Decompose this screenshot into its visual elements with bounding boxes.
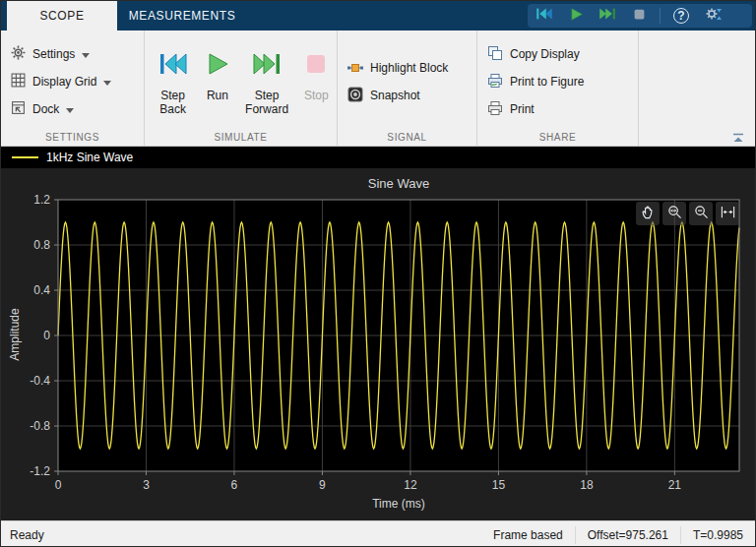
step-forward-icon (598, 6, 616, 26)
help-button[interactable]: ? (670, 6, 692, 26)
stop-label: Stop (304, 89, 329, 102)
section-label-settings: SETTINGS (1, 132, 144, 143)
printer-icon (487, 100, 503, 119)
legend-series-label[interactable]: 1kHz Sine Wave (46, 151, 133, 164)
quick-access-toolbar: ? (528, 4, 752, 28)
tab-scope[interactable]: SCOPE (7, 1, 117, 30)
legend-strip: 1kHz Sine Wave (1, 147, 755, 168)
settings-label: Settings (32, 47, 75, 61)
zoom-out-icon (694, 205, 709, 223)
snapshot-button[interactable]: Snapshot (338, 82, 476, 109)
step-forward-icon (252, 50, 282, 82)
dock-button[interactable]: Dock (1, 95, 144, 123)
status-message: Ready (1, 528, 44, 542)
stop-button[interactable]: Stop (296, 30, 337, 129)
svg-text:15: 15 (492, 478, 506, 492)
settings-menu-button[interactable]: Settings (1, 40, 144, 68)
pan-hand-icon (641, 205, 656, 223)
snapshot-label: Snapshot (370, 89, 420, 102)
tab-scope-label: SCOPE (39, 9, 84, 23)
axes-toolbar (636, 202, 739, 225)
run-label: Run (207, 89, 228, 102)
step-back-icon (158, 50, 188, 82)
collapse-ribbon-icon (731, 130, 745, 147)
svg-text:0: 0 (55, 478, 62, 492)
section-label-share: SHARE (477, 132, 638, 143)
fit-to-view-button[interactable] (716, 202, 739, 225)
print-button[interactable]: Print (477, 95, 638, 123)
quick-stop-button[interactable] (628, 6, 650, 26)
section-signal: Highlight Block Snapshot SIGNAL (338, 30, 477, 146)
svg-text:0: 0 (43, 329, 50, 342)
zoom-x-button[interactable] (662, 202, 686, 225)
toolbar-separator (660, 8, 661, 24)
zoom-out-button[interactable] (689, 202, 713, 225)
legend-line-sample (12, 156, 38, 158)
gear-icon (11, 45, 26, 63)
copy-icon (487, 45, 503, 64)
grid-icon (11, 73, 26, 91)
run-button[interactable]: Run (197, 30, 237, 129)
highlight-block-label: Highlight Block (370, 61, 448, 75)
svg-text:21: 21 (668, 478, 682, 492)
copy-display-label: Copy Display (510, 47, 580, 61)
chevron-down-icon (103, 75, 111, 89)
stop-icon (633, 7, 646, 25)
svg-text:-0.4: -0.4 (30, 374, 50, 388)
svg-text:6: 6 (231, 478, 238, 492)
scope-preferences-button[interactable] (702, 6, 724, 26)
run-icon (205, 50, 230, 82)
section-settings: Settings Display Grid Dock (1, 30, 145, 146)
chevron-down-icon (82, 47, 90, 61)
span-arrows-icon (721, 205, 735, 223)
status-sim-time: T=0.9985 (680, 526, 755, 544)
svg-text:12: 12 (404, 478, 417, 492)
plot-title: Sine Wave (58, 176, 739, 191)
pan-button[interactable] (636, 202, 660, 225)
quick-step-back-button[interactable] (534, 6, 555, 26)
scope-display: Sine Wave 036912151821-1.2-0.8-0.400.40.… (1, 168, 755, 520)
quick-run-button[interactable] (565, 6, 587, 26)
step-back-button[interactable]: Step Back (149, 30, 197, 129)
toolstrip-tabbar: SCOPE MEASUREMENTS (1, 1, 755, 30)
svg-text:18: 18 (580, 478, 594, 492)
section-share: Copy Display Print to Figure Print SHARE (477, 30, 639, 146)
copy-display-button[interactable]: Copy Display (477, 40, 638, 68)
svg-text:0.8: 0.8 (33, 238, 50, 252)
section-simulate: Step Back Run Step Forward (145, 30, 338, 146)
quick-step-forward-button[interactable] (597, 6, 618, 26)
highlight-block-icon (347, 59, 363, 78)
svg-text:1.2: 1.2 (33, 194, 50, 207)
svg-text:-1.2: -1.2 (30, 464, 50, 478)
dock-label: Dock (32, 102, 59, 116)
step-back-icon (536, 6, 553, 26)
status-offset: Offset=975.261 (575, 526, 680, 544)
display-grid-label: Display Grid (32, 75, 96, 89)
svg-text:0.4: 0.4 (33, 283, 50, 297)
display-grid-button[interactable]: Display Grid (1, 68, 144, 95)
help-icon: ? (673, 8, 689, 24)
x-axis-label: Time (ms) (58, 497, 739, 511)
snapshot-camera-icon (347, 87, 363, 105)
zoom-x-icon (667, 205, 682, 223)
step-forward-label: Step Forward (238, 89, 296, 116)
dock-icon (11, 100, 26, 118)
step-forward-button[interactable]: Step Forward (238, 30, 296, 129)
section-label-signal: SIGNAL (338, 132, 476, 143)
run-icon (569, 7, 584, 26)
y-axis-label: Amplitude (8, 275, 22, 394)
tab-measurements[interactable]: MEASUREMENTS (117, 1, 247, 30)
print-to-figure-button[interactable]: Print to Figure (477, 68, 638, 95)
svg-text:-0.8: -0.8 (30, 419, 50, 433)
print-label: Print (510, 102, 535, 116)
svg-text:3: 3 (143, 478, 150, 492)
scope-window: SCOPE MEASUREMENTS (0, 0, 756, 547)
status-bar: Ready Frame based Offset=975.261 T=0.998… (1, 520, 755, 547)
collapse-ribbon-button[interactable] (731, 130, 747, 142)
tab-measurements-label: MEASUREMENTS (129, 9, 236, 23)
axes-canvas: 036912151821-1.2-0.8-0.400.40.81.2 (1, 194, 756, 509)
print-to-figure-label: Print to Figure (510, 75, 584, 89)
gear-arrows-icon (705, 6, 722, 27)
section-label-simulate: SIMULATE (145, 132, 337, 143)
highlight-block-button[interactable]: Highlight Block (338, 54, 476, 82)
